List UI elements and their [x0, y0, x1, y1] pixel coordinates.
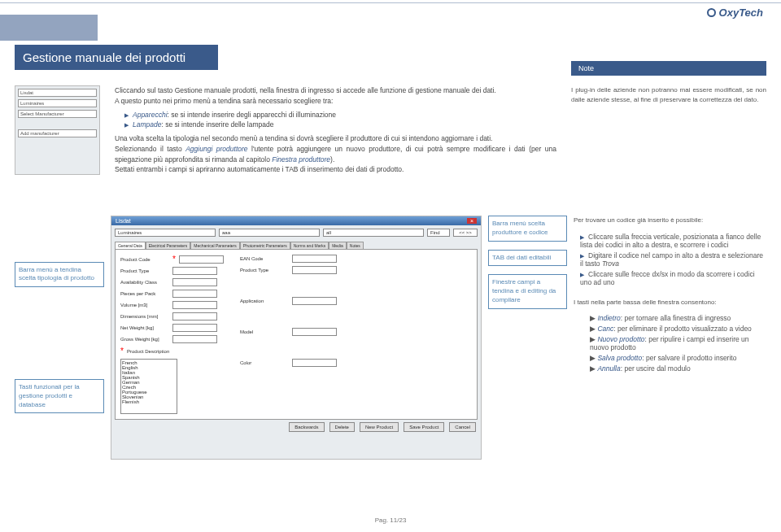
- side-note-1: I plug-in delle aziende non potranno mai…: [571, 85, 766, 175]
- tab-photometric: Photometric Parameters: [240, 242, 290, 249]
- inp-availability: [172, 278, 217, 286]
- combo-manufacturer: Select Manufacturer: [18, 110, 97, 118]
- inp-color: [292, 359, 337, 367]
- thumb-titlebar: Lisdat: [18, 89, 97, 97]
- notes2-h2: I tasti nella parte bassa delle finestra…: [574, 298, 766, 307]
- brand-text: OxyTech: [719, 7, 763, 19]
- tab-notes: Notes: [347, 242, 364, 249]
- find-button: Find: [427, 229, 450, 237]
- notes2-list1: Cliccare sulla freccia verticale, posizi…: [580, 233, 766, 289]
- intro-p3: Una volta scelta la tipologia nel second…: [115, 133, 556, 144]
- lbl-description: Product Description: [127, 349, 176, 354]
- tab-electrical: Electrical Parameters: [146, 242, 191, 249]
- tab-norms: Norms and Marks: [290, 242, 329, 249]
- intro-text: Cliccando sul tasto Gestione manuale pro…: [115, 85, 556, 175]
- inp-pieces: [172, 290, 217, 298]
- notes2-m4: ▶ Salva prodotto: per salvare il prodott…: [580, 354, 766, 362]
- notes2-n1: Cliccare sulla freccia verticale, posizi…: [580, 233, 766, 249]
- notes2-m5: ▶ Annulla: per uscire dal modulo: [580, 364, 766, 373]
- page-title: Gestione manuale dei prodotti: [15, 45, 218, 70]
- intro-p2: A questo punto nei primo menù a tendina …: [115, 96, 556, 107]
- notes2-n3: Cliccare sulle frecce dx/sx in modo da s…: [580, 270, 766, 286]
- annot-mid-2: TAB dei dati editabili: [488, 250, 567, 267]
- intro-p1: Cliccando sul tasto Gestione manuale pro…: [115, 85, 556, 96]
- brand-logo: OxyTech: [707, 7, 763, 19]
- btn-saveproduct: Save Product: [404, 422, 444, 432]
- notes2-h1: Per trovare un codice già inserito è pos…: [574, 216, 766, 225]
- inp-grossweight: [172, 335, 217, 343]
- annot-left-2: Tasti funzionali per la gestione prodott…: [15, 379, 104, 413]
- inp-netweight: [172, 324, 217, 332]
- inp-application: [292, 297, 337, 305]
- lbl-grossweight: Gross Weight [kg]: [120, 337, 169, 342]
- lbl-netweight: Net Weight [kg]: [120, 325, 169, 330]
- screenshot-ingress-window: Lisdat Luminaires Select Manufacturer Ad…: [15, 85, 100, 175]
- lbl-color: Color: [240, 360, 289, 365]
- tab-general: General Data: [115, 242, 146, 249]
- lbl-pieces: Pieces per Pack: [120, 291, 169, 296]
- tab-mechanical: Mechanical Parameters: [190, 242, 240, 249]
- combo-type: Luminaires: [115, 229, 216, 237]
- annot-mid-1: Barra menù scelta produttore e codice: [488, 216, 567, 242]
- note-heading: Note: [571, 61, 766, 76]
- lbl-application: Application: [240, 299, 289, 303]
- inp-product-code: [179, 255, 224, 264]
- close-icon: ×: [467, 218, 477, 224]
- intro-li-lampade: Lampade: se si intende inserire delle la…: [124, 120, 556, 130]
- combo-luminaires: Luminaires: [18, 99, 97, 107]
- combo-producer: aaa: [219, 229, 320, 237]
- screenshot-product-window: Lisdat× Luminaires aaa all Find << >> Ge…: [111, 216, 482, 460]
- notes2-list2: ▶ Indietro: per tornare alla finestra di…: [580, 314, 766, 375]
- btn-newproduct: New Product: [360, 422, 399, 432]
- lbl-product-code: Product Code: [120, 257, 169, 262]
- lang-list: French English Italian Spanish German Cz…: [120, 359, 177, 414]
- annot-left-1: Barra menù a tendina scelta tipologia di…: [15, 262, 104, 288]
- lbl-product-type: Product Type: [120, 268, 169, 273]
- inp-ean: [292, 255, 337, 263]
- tabs-row: General Data Electrical Parameters Mecha…: [111, 242, 481, 249]
- lang-item: Flemish: [122, 399, 176, 404]
- inp-product-type: [172, 267, 217, 275]
- combo-code: all: [323, 229, 424, 237]
- btn-backwards: Backwards: [289, 422, 324, 432]
- tab-panel: Product Code* Product Type Availability …: [115, 249, 478, 420]
- inp-model: [292, 328, 337, 336]
- lbl-ean: EAN Code: [240, 256, 289, 261]
- intro-p5: Settati entrambi i campi si apriranno au…: [115, 164, 556, 175]
- inp-dimensions: [172, 312, 217, 321]
- btn-add-manufacturer: Add manufacturer: [18, 129, 97, 137]
- lbl-volume: Volume [m3]: [120, 303, 169, 307]
- btn-delete: Delete: [329, 422, 355, 432]
- inp-ptype2: [292, 266, 337, 274]
- lbl-ptype2: Product Type: [240, 268, 289, 273]
- tab-media: Media: [329, 242, 347, 249]
- intro-p4: Selezionando il tasto Aggiungi produttor…: [115, 144, 556, 165]
- notes2-m1: ▶ Indietro: per tornare alla finestra di…: [580, 314, 766, 322]
- notes2-m3: ▶ Nuovo prodotto: per ripulire i campi e…: [580, 335, 766, 351]
- thumb2-titlebar: Lisdat×: [111, 216, 481, 225]
- decorative-stripe: [0, 15, 98, 41]
- intro-li-apparecchi: Apparecchi: se si intende inserire degli…: [124, 110, 556, 120]
- notes2-n2: Digitare il codice nel campo in alto a d…: [580, 251, 766, 268]
- notes2-m2: ▶ Canc: per eliminare il prodotto visual…: [580, 325, 766, 333]
- nav-arrows-icon: << >>: [453, 229, 478, 237]
- btn-cancel: Cancel: [449, 422, 476, 432]
- logo-icon: [707, 8, 716, 17]
- page-number: Pag. 11/23: [0, 517, 781, 524]
- lbl-availability: Availability Class: [120, 280, 169, 285]
- lbl-model: Model: [240, 329, 289, 334]
- annot-mid-3: Finestre campi a tendina e di editing da…: [488, 274, 567, 308]
- inp-volume: [172, 301, 217, 309]
- lbl-dimensions: Dimensions [mm]: [120, 314, 169, 319]
